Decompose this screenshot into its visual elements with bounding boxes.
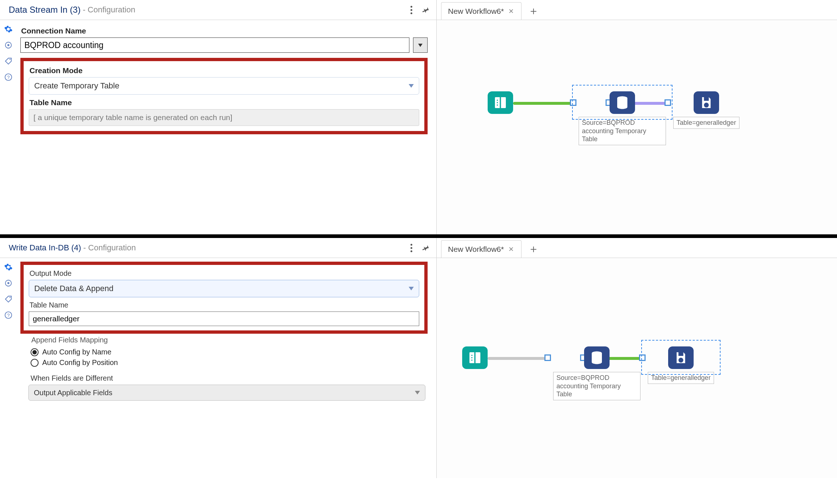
kebab-menu-icon[interactable] — [410, 6, 412, 14]
config-title: Data Stream In (3) — [9, 5, 80, 15]
workflow-tab[interactable]: New Workflow6* ✕ — [441, 240, 521, 258]
connection-name-label: Connection Name — [21, 27, 428, 35]
radio-icon — [31, 359, 39, 367]
node-data-stream-in[interactable] — [462, 346, 488, 369]
svg-point-1 — [7, 44, 9, 46]
chevron-down-icon — [409, 84, 414, 88]
config-subtitle: - Configuration — [83, 243, 136, 253]
wire-green — [513, 102, 571, 105]
svg-text:?: ? — [7, 75, 9, 80]
kebab-menu-icon[interactable] — [410, 244, 412, 252]
save-icon — [694, 91, 719, 114]
form-area-top: Connection Name Creation Mode Create Tem… — [17, 20, 436, 234]
svg-point-16 — [471, 355, 472, 356]
side-icon-rail: ? — [0, 20, 17, 234]
config-pane-top: Data Stream In (3) - Configuration — [0, 0, 437, 234]
node-write-data[interactable]: Table=generalledger — [648, 346, 714, 384]
svg-rect-20 — [678, 352, 683, 356]
node-write-data[interactable]: Table=generalledger — [673, 91, 739, 129]
radio-auto-by-position[interactable]: Auto Config by Position — [31, 358, 428, 367]
database-icon — [584, 346, 610, 369]
book-icon — [488, 91, 513, 114]
connection-name-dropdown-button[interactable] — [413, 37, 428, 53]
save-icon — [668, 346, 694, 369]
radio-by-position-label: Auto Config by Position — [42, 358, 118, 367]
table-name-placeholder: [ a unique temporary table name is gener… — [33, 113, 232, 122]
canvas-tabbar: New Workflow6* ✕ ＋ — [437, 238, 837, 258]
output-mode-label: Output Mode — [29, 269, 419, 278]
creation-mode-value: Create Temporary Table — [34, 81, 119, 91]
node-data-stream-in[interactable] — [488, 91, 513, 114]
output-mode-value: Delete Data & Append — [34, 284, 114, 293]
gear-icon[interactable] — [3, 262, 14, 273]
radio-icon — [31, 348, 39, 356]
highlight-box-bottom: Output Mode Delete Data & Append Table N… — [20, 262, 428, 334]
svg-point-6 — [497, 102, 498, 103]
config-subtitle: - Configuration — [83, 5, 135, 15]
gear-icon[interactable] — [3, 24, 14, 35]
svg-rect-9 — [704, 97, 709, 101]
svg-text:?: ? — [7, 313, 9, 318]
when-fields-diff-value: Output Applicable Fields — [34, 389, 112, 397]
help-icon[interactable]: ? — [3, 310, 14, 321]
target-icon[interactable] — [3, 278, 14, 289]
config-header: Data Stream In (3) - Configuration — [0, 0, 436, 20]
svg-point-10 — [704, 103, 709, 107]
chevron-down-icon — [409, 287, 414, 290]
side-icon-rail: ? — [0, 258, 17, 478]
svg-point-13 — [9, 297, 11, 298]
highlight-box-top: Creation Mode Create Temporary Table Tab… — [20, 58, 428, 134]
svg-point-21 — [678, 358, 683, 362]
workflow-tab-label: New Workflow6* — [448, 7, 504, 16]
when-fields-diff-label: When Fields are Different — [31, 374, 428, 382]
close-tab-icon[interactable]: ✕ — [508, 7, 515, 15]
add-tab-button[interactable]: ＋ — [523, 240, 544, 258]
top-panel: Data Stream In (3) - Configuration — [0, 0, 837, 238]
append-fields-mapping-label: Append Fields Mapping — [31, 336, 428, 344]
canvas-pane-bottom: New Workflow6* ✕ ＋ Source=BQPROD acc — [437, 238, 837, 478]
table-name-readonly: [ a unique temporary table name is gener… — [29, 109, 419, 126]
help-icon[interactable]: ? — [3, 72, 14, 83]
pin-icon[interactable] — [421, 243, 431, 253]
config-pane-bottom: Write Data In-DB (4) - Configuration — [0, 238, 437, 478]
wire-gray — [488, 357, 546, 360]
table-name-input[interactable] — [29, 311, 419, 326]
pin-icon[interactable] — [421, 5, 431, 15]
workflow-tab[interactable]: New Workflow6* ✕ — [441, 2, 521, 20]
table-name-label: Table Name — [29, 98, 419, 107]
book-icon — [462, 346, 488, 369]
output-mode-select[interactable]: Delete Data & Append — [29, 280, 419, 297]
anchor — [570, 99, 576, 106]
canvas-tabbar: New Workflow6* ✕ ＋ — [437, 0, 837, 20]
svg-point-17 — [471, 357, 472, 358]
tag-icon[interactable] — [3, 294, 14, 305]
connection-name-input[interactable] — [20, 37, 409, 53]
add-tab-button[interactable]: ＋ — [523, 2, 544, 20]
node-db-caption: Source=BQPROD accounting Temporary Table — [579, 117, 666, 145]
svg-point-5 — [497, 100, 498, 101]
node-save-caption: Table=generalledger — [673, 117, 739, 129]
canvas-pane-top: New Workflow6* ✕ ＋ — [437, 0, 837, 234]
form-area-bottom: Output Mode Delete Data & Append Table N… — [17, 258, 436, 478]
config-title: Write Data In-DB (4) — [9, 243, 81, 253]
svg-point-12 — [7, 282, 9, 284]
node-db-source[interactable]: Source=BQPROD accounting Temporary Table — [553, 346, 640, 400]
table-name-label: Table Name — [29, 301, 419, 309]
node-db-source[interactable]: Source=BQPROD accounting Temporary Table — [579, 91, 666, 145]
node-save-caption: Table=generalledger — [648, 372, 714, 384]
workflow-tab-label: New Workflow6* — [448, 245, 504, 254]
close-tab-icon[interactable]: ✕ — [508, 245, 515, 253]
canvas-bottom[interactable]: Source=BQPROD accounting Temporary Table… — [437, 258, 837, 478]
creation-mode-select[interactable]: Create Temporary Table — [29, 77, 419, 95]
config-header: Write Data In-DB (4) - Configuration — [0, 238, 436, 258]
chevron-down-icon — [415, 391, 420, 394]
anchor — [544, 354, 551, 361]
target-icon[interactable] — [3, 40, 14, 51]
when-fields-diff-select[interactable]: Output Applicable Fields — [28, 385, 425, 401]
node-db-caption: Source=BQPROD accounting Temporary Table — [553, 372, 640, 400]
tag-icon[interactable] — [3, 56, 14, 67]
canvas-top[interactable]: Source=BQPROD accounting Temporary Table… — [437, 20, 837, 234]
radio-auto-by-name[interactable]: Auto Config by Name — [31, 348, 428, 356]
radio-by-name-label: Auto Config by Name — [42, 348, 111, 356]
connection-name-combo — [20, 37, 428, 53]
